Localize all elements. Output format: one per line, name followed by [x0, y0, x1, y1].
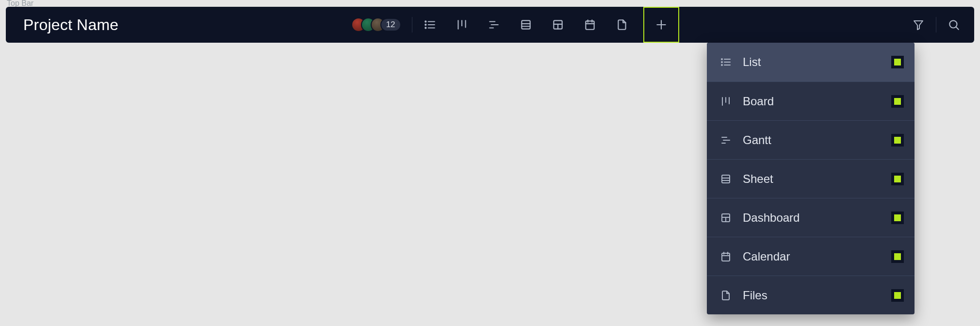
files-icon[interactable] [615, 18, 629, 32]
svg-point-0 [425, 21, 426, 22]
list-icon [719, 56, 732, 68]
dropdown-item-dashboard[interactable]: Dashboard [707, 198, 915, 237]
sheet-icon [719, 173, 732, 185]
avatars-stack[interactable]: 12 [351, 17, 401, 32]
dropdown-item-label: Calendar [743, 250, 790, 263]
svg-point-2 [425, 24, 426, 25]
dropdown-item-gantt[interactable]: Gantt [707, 120, 915, 159]
topbar-center-group: 12 [351, 7, 679, 43]
svg-point-4 [425, 27, 426, 28]
list-icon[interactable] [423, 18, 437, 32]
status-badge [891, 289, 904, 302]
svg-point-27 [721, 59, 722, 60]
divider [936, 17, 936, 33]
calendar-icon [719, 250, 732, 263]
svg-rect-39 [722, 175, 730, 183]
svg-point-29 [721, 62, 722, 63]
calendar-icon[interactable] [583, 18, 597, 32]
gantt-icon [719, 134, 732, 147]
dropdown-item-label: Files [743, 289, 768, 302]
add-view-button[interactable] [643, 7, 679, 43]
status-badge [891, 134, 904, 147]
gantt-icon[interactable] [487, 18, 501, 32]
dropdown-item-files[interactable]: Files [707, 276, 915, 314]
sheet-icon[interactable] [519, 18, 533, 32]
svg-rect-12 [522, 20, 530, 29]
svg-point-31 [721, 65, 722, 65]
svg-marker-24 [914, 21, 923, 30]
dropdown-item-calendar[interactable]: Calendar [707, 237, 915, 276]
add-view-dropdown: List Board Gantt Sheet Dashboard Calenda [707, 43, 915, 314]
project-title: Project Name [23, 16, 118, 34]
svg-line-26 [956, 27, 958, 29]
filter-icon[interactable] [912, 18, 925, 32]
dropdown-item-sheet[interactable]: Sheet [707, 159, 915, 198]
search-icon[interactable] [947, 18, 961, 32]
status-badge [891, 250, 904, 263]
status-badge [891, 212, 904, 224]
dropdown-item-label: Board [743, 95, 774, 108]
view-tabs [423, 18, 629, 32]
dropdown-item-label: Gantt [743, 133, 771, 147]
svg-rect-18 [586, 21, 594, 29]
dropdown-item-label: Sheet [743, 172, 773, 186]
dropdown-item-list[interactable]: List [707, 43, 915, 82]
files-icon [719, 289, 732, 302]
board-icon[interactable] [455, 18, 469, 32]
avatar-count[interactable]: 12 [380, 18, 401, 32]
status-badge [891, 173, 904, 185]
top-bar: Project Name 12 [6, 7, 974, 43]
divider [412, 17, 412, 33]
dropdown-item-label: Dashboard [743, 211, 800, 225]
status-badge [891, 56, 904, 68]
status-badge [891, 95, 904, 108]
dashboard-icon [719, 212, 732, 224]
dashboard-icon[interactable] [551, 18, 565, 32]
dropdown-item-label: List [743, 55, 761, 69]
svg-rect-45 [722, 253, 730, 261]
topbar-right-group [912, 17, 961, 33]
dropdown-item-board[interactable]: Board [707, 82, 915, 120]
board-icon [719, 95, 732, 108]
